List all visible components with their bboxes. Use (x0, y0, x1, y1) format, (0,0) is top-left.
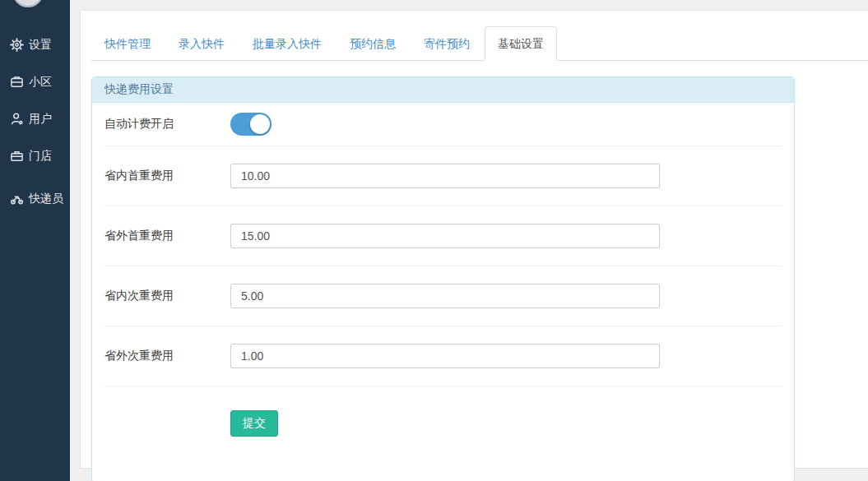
in-province-next-weight-input[interactable] (230, 284, 660, 308)
fee-label: 省内次重费用 (104, 289, 230, 303)
in-province-first-weight-input[interactable] (230, 164, 660, 188)
fee-settings-panel: 快递费用设置 自动计费开启 省内首重费用 省外首重费用 省内次重费用 (91, 76, 795, 481)
tab-batch-enter-express[interactable]: 批量录入快件 (239, 26, 335, 61)
fee-row: 省内首重费用 (104, 146, 782, 206)
auto-billing-toggle[interactable] (230, 113, 272, 136)
tab-enter-express[interactable]: 录入快件 (165, 26, 238, 61)
sidebar-item-label: 设置 (29, 38, 52, 53)
tab-basic-settings[interactable]: 基础设置 (485, 26, 557, 61)
sidebar-item-label: 小区 (29, 75, 52, 90)
submit-row: 提交 (104, 386, 782, 481)
sidebar-item-community[interactable]: 小区 (0, 63, 70, 100)
toggle-knob (250, 114, 270, 134)
sidebar-item-couriers[interactable]: 快递员 (0, 180, 70, 217)
courier-icon (10, 192, 24, 206)
sidebar-item-users[interactable]: 用户 (0, 100, 70, 137)
fee-label: 省内首重费用 (104, 169, 230, 183)
sidebar-item-settings[interactable]: 设置 (0, 26, 70, 63)
panel-body: 自动计费开启 省内首重费用 省外首重费用 省内次重费用 省外次重费用 (92, 103, 794, 481)
auto-billing-row: 自动计费开启 (104, 103, 782, 146)
sidebar-menu: 设置 小区 用户 (0, 0, 70, 217)
community-icon (10, 75, 24, 89)
tab-send-reservation[interactable]: 寄件预约 (411, 26, 483, 61)
tab-reservation-info[interactable]: 预约信息 (337, 26, 409, 61)
tab-bar: 快件管理 录入快件 批量录入快件 预约信息 寄件预约 基础设置 (91, 26, 868, 61)
sidebar-item-label: 用户 (29, 112, 52, 127)
fee-row: 省外首重费用 (104, 206, 782, 266)
fee-label: 省外次重费用 (104, 349, 230, 363)
user-icon (10, 112, 24, 126)
panel-title: 快递费用设置 (92, 77, 794, 103)
out-province-first-weight-input[interactable] (230, 224, 660, 248)
out-province-next-weight-input[interactable] (230, 344, 660, 368)
content-card: 快件管理 录入快件 批量录入快件 预约信息 寄件预约 基础设置 快递费用设置 自… (80, 10, 868, 469)
sidebar-item-label: 快递员 (29, 192, 63, 206)
sidebar-item-label: 门店 (29, 149, 52, 164)
store-icon (10, 149, 24, 163)
gear-icon (10, 38, 24, 52)
fee-label: 省外首重费用 (104, 229, 230, 243)
sidebar: 设置 小区 用户 (0, 0, 70, 481)
auto-billing-label: 自动计费开启 (104, 117, 230, 132)
tab-express-management[interactable]: 快件管理 (91, 26, 164, 61)
fee-row: 省内次重费用 (104, 266, 782, 326)
sidebar-item-stores[interactable]: 门店 (0, 137, 70, 174)
fee-row: 省外次重费用 (104, 326, 782, 386)
submit-button[interactable]: 提交 (230, 410, 278, 437)
